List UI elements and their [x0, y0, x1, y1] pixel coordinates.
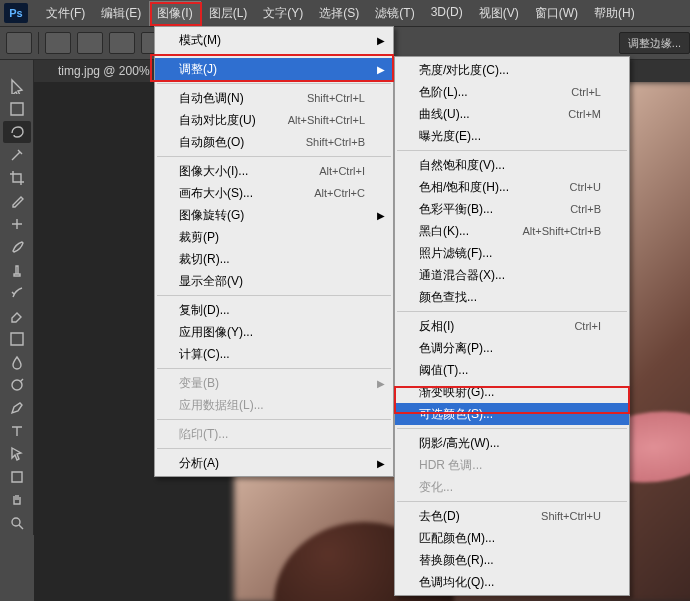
menu-item[interactable]: 色彩平衡(B)...Ctrl+B: [395, 198, 629, 220]
menu-item[interactable]: 匹配颜色(M)...: [395, 527, 629, 549]
menu-item[interactable]: 画布大小(S)...Alt+Ctrl+C: [155, 182, 393, 204]
menu-item-label: 调整(J): [179, 61, 217, 78]
menu-item[interactable]: 图像大小(I)...Alt+Ctrl+I: [155, 160, 393, 182]
menu-item[interactable]: 显示全部(V): [155, 270, 393, 292]
menu-编辑(E)[interactable]: 编辑(E): [93, 1, 149, 26]
menu-item[interactable]: 分析(A)▶: [155, 452, 393, 474]
zoom-tool[interactable]: [3, 512, 31, 534]
menu-item[interactable]: 黑白(K)...Alt+Shift+Ctrl+B: [395, 220, 629, 242]
menu-item-label: 显示全部(V): [179, 273, 243, 290]
menu-item[interactable]: 亮度/对比度(C)...: [395, 59, 629, 81]
menu-文字(Y)[interactable]: 文字(Y): [255, 1, 311, 26]
menu-item[interactable]: 阴影/高光(W)...: [395, 432, 629, 454]
menu-item[interactable]: 阈值(T)...: [395, 359, 629, 381]
selection-new-icon[interactable]: [45, 32, 71, 54]
menu-item[interactable]: 自然饱和度(V)...: [395, 154, 629, 176]
menu-3D(D)[interactable]: 3D(D): [423, 1, 471, 26]
menu-item-label: 变化...: [419, 479, 453, 496]
move-tool[interactable]: [3, 75, 31, 97]
heal-tool[interactable]: [3, 213, 31, 235]
menu-item[interactable]: 自动对比度(U)Alt+Shift+Ctrl+L: [155, 109, 393, 131]
history-brush-tool[interactable]: [3, 282, 31, 304]
eraser-tool[interactable]: [3, 305, 31, 327]
menu-item[interactable]: 反相(I)Ctrl+I: [395, 315, 629, 337]
shape-tool[interactable]: [3, 466, 31, 488]
menu-separator: [397, 311, 627, 312]
menu-item[interactable]: 去色(D)Shift+Ctrl+U: [395, 505, 629, 527]
menu-separator: [157, 83, 391, 84]
stamp-tool[interactable]: [3, 259, 31, 281]
menu-separator: [157, 295, 391, 296]
app-logo: Ps: [4, 3, 28, 23]
menu-item-label: 曝光度(E)...: [419, 128, 481, 145]
menu-文件(F)[interactable]: 文件(F): [38, 1, 93, 26]
menu-item-label: 反相(I): [419, 318, 454, 335]
selection-sub-icon[interactable]: [109, 32, 135, 54]
menu-item[interactable]: 曲线(U)...Ctrl+M: [395, 103, 629, 125]
menu-item[interactable]: 应用图像(Y)...: [155, 321, 393, 343]
menu-帮助(H)[interactable]: 帮助(H): [586, 1, 643, 26]
hand-tool[interactable]: [3, 489, 31, 511]
menu-item[interactable]: 计算(C)...: [155, 343, 393, 365]
menu-item-label: 裁剪(P): [179, 229, 219, 246]
path-select-tool[interactable]: [3, 443, 31, 465]
submenu-arrow-icon: ▶: [377, 378, 385, 389]
menu-选择(S)[interactable]: 选择(S): [311, 1, 367, 26]
lasso-tool[interactable]: [3, 121, 31, 143]
marquee-tool[interactable]: [3, 98, 31, 120]
menu-item[interactable]: 图像旋转(G)▶: [155, 204, 393, 226]
toolbox-handle[interactable]: [0, 66, 33, 74]
brush-tool[interactable]: [3, 236, 31, 258]
menu-separator: [397, 150, 627, 151]
menu-shortcut: Alt+Ctrl+I: [319, 165, 365, 177]
menu-item[interactable]: 复制(D)...: [155, 299, 393, 321]
menu-shortcut: Ctrl+U: [570, 181, 601, 193]
menu-item-label: 陷印(T)...: [179, 426, 228, 443]
menu-item[interactable]: 照片滤镜(F)...: [395, 242, 629, 264]
menu-item[interactable]: 色调均化(Q)...: [395, 571, 629, 593]
menu-item[interactable]: 调整(J)▶: [155, 58, 393, 80]
menu-item-label: 亮度/对比度(C)...: [419, 62, 509, 79]
menu-item-label: 复制(D)...: [179, 302, 230, 319]
type-tool[interactable]: [3, 420, 31, 442]
submenu-arrow-icon: ▶: [377, 458, 385, 469]
submenu-arrow-icon: ▶: [377, 35, 385, 46]
image-menu-dropdown: 模式(M)▶调整(J)▶自动色调(N)Shift+Ctrl+L自动对比度(U)A…: [154, 26, 394, 477]
tool-preset-icon[interactable]: [6, 32, 32, 54]
menu-item-label: 图像旋转(G): [179, 207, 244, 224]
menu-item[interactable]: 颜色查找...: [395, 286, 629, 308]
eyedropper-tool[interactable]: [3, 190, 31, 212]
menu-item[interactable]: 渐变映射(G)...: [395, 381, 629, 403]
document-tab[interactable]: timg.jpg @ 200%: [48, 64, 160, 78]
menu-视图(V)[interactable]: 视图(V): [471, 1, 527, 26]
menu-item[interactable]: 裁切(R)...: [155, 248, 393, 270]
menu-窗口(W)[interactable]: 窗口(W): [527, 1, 586, 26]
blur-tool[interactable]: [3, 351, 31, 373]
pen-tool[interactable]: [3, 397, 31, 419]
menu-item[interactable]: 曝光度(E)...: [395, 125, 629, 147]
menu-item[interactable]: 模式(M)▶: [155, 29, 393, 51]
menu-图像(I)[interactable]: 图像(I): [149, 1, 200, 26]
menu-item[interactable]: 裁剪(P): [155, 226, 393, 248]
menu-item-label: 色调分离(P)...: [419, 340, 493, 357]
menu-滤镜(T)[interactable]: 滤镜(T): [367, 1, 422, 26]
dodge-tool[interactable]: [3, 374, 31, 396]
menu-图层(L)[interactable]: 图层(L): [201, 1, 256, 26]
menu-item[interactable]: 通道混合器(X)...: [395, 264, 629, 286]
menu-item[interactable]: 色阶(L)...Ctrl+L: [395, 81, 629, 103]
wand-tool[interactable]: [3, 144, 31, 166]
refine-edge-button[interactable]: 调整边缘...: [619, 32, 690, 54]
menu-item-label: 自动对比度(U): [179, 112, 256, 129]
menu-item[interactable]: 色相/饱和度(H)...Ctrl+U: [395, 176, 629, 198]
menu-item-label: 替换颜色(R)...: [419, 552, 494, 569]
menu-item: HDR 色调...: [395, 454, 629, 476]
menu-item[interactable]: 色调分离(P)...: [395, 337, 629, 359]
menu-item[interactable]: 可选颜色(S)...: [395, 403, 629, 425]
gradient-tool[interactable]: [3, 328, 31, 350]
menu-item[interactable]: 自动色调(N)Shift+Ctrl+L: [155, 87, 393, 109]
menu-item[interactable]: 替换颜色(R)...: [395, 549, 629, 571]
submenu-arrow-icon: ▶: [377, 64, 385, 75]
menu-item[interactable]: 自动颜色(O)Shift+Ctrl+B: [155, 131, 393, 153]
selection-add-icon[interactable]: [77, 32, 103, 54]
crop-tool[interactable]: [3, 167, 31, 189]
